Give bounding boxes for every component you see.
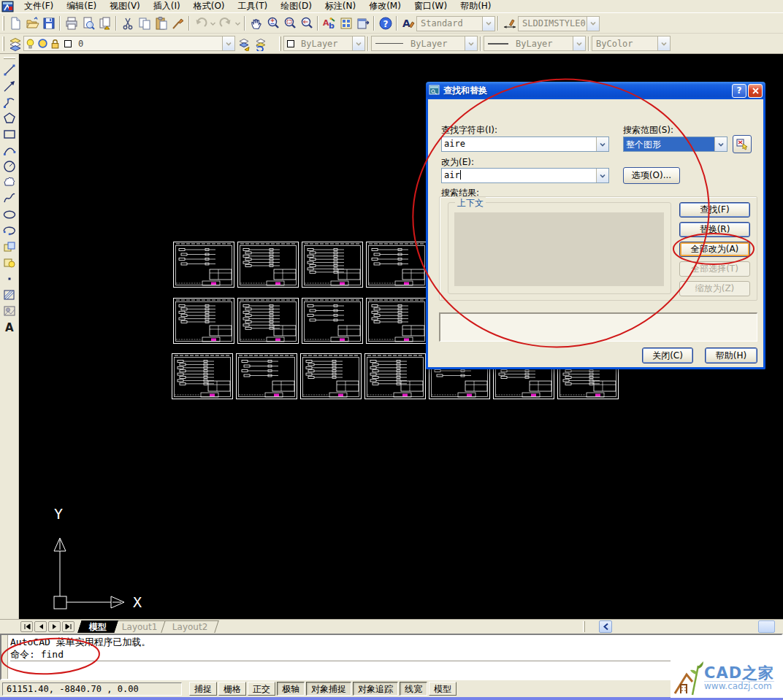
scroll-left-icon[interactable] <box>599 620 612 633</box>
drawing-sheet-thumbnail[interactable] <box>173 298 234 344</box>
help-icon[interactable]: ? <box>377 15 394 32</box>
drawing-sheet-thumbnail[interactable] <box>237 242 299 288</box>
menu-item[interactable]: 修改(M) <box>362 0 408 13</box>
circle-icon[interactable] <box>1 158 18 174</box>
select-objects-button[interactable] <box>733 135 752 153</box>
spline-icon[interactable] <box>1 191 18 207</box>
toolbar-grip[interactable] <box>2 16 4 31</box>
copy-icon[interactable] <box>136 15 153 32</box>
find-what-value[interactable]: aire <box>442 137 596 151</box>
layer-freeze-icon[interactable] <box>37 37 49 50</box>
revision-cloud-icon[interactable] <box>1 174 18 191</box>
command-input-line[interactable] <box>10 661 779 675</box>
hatch-icon[interactable] <box>1 287 18 303</box>
print-preview-icon[interactable] <box>80 15 96 32</box>
chevron-down-icon[interactable] <box>587 17 599 31</box>
layer-lock-icon[interactable] <box>49 37 61 50</box>
cut-icon[interactable] <box>119 15 136 32</box>
point-icon[interactable] <box>1 271 18 287</box>
command-window-grip[interactable] <box>1 635 8 679</box>
status-toggle[interactable]: 对象捕捉 <box>306 682 351 696</box>
line-icon[interactable] <box>1 62 18 78</box>
insert-block-icon[interactable] <box>1 239 18 255</box>
tab-model[interactable]: 模型 <box>77 620 118 633</box>
layer-states-icon[interactable] <box>235 35 252 52</box>
command-line-area[interactable]: AutoCAD 菜单实用程序已加载。 命令: find <box>0 634 783 680</box>
menu-item[interactable]: 窗口(W) <box>408 0 454 13</box>
scrollbar-splitter[interactable] <box>583 621 585 632</box>
polyline-icon[interactable] <box>1 94 18 110</box>
status-toggle[interactable]: 捕捉 <box>189 682 217 696</box>
replace-all-button[interactable]: 全部改为(A) <box>679 242 750 257</box>
sheet-set-manager-icon[interactable] <box>337 15 354 32</box>
next-tab-icon[interactable] <box>48 621 61 632</box>
help-button[interactable]: 帮助(H) <box>705 347 757 364</box>
drawing-sheet-thumbnail[interactable] <box>302 242 363 288</box>
toolbar-grip[interactable] <box>4 57 15 59</box>
chevron-down-icon[interactable] <box>222 36 234 50</box>
status-toggle[interactable]: 正交 <box>248 682 275 696</box>
drawing-sheet-thumbnail[interactable] <box>172 353 233 399</box>
chevron-down-icon[interactable] <box>465 36 477 50</box>
chevron-down-icon[interactable] <box>714 137 727 151</box>
zoom-window-icon[interactable] <box>281 15 298 32</box>
color-combo[interactable]: ByLayer <box>283 36 365 51</box>
polygon-icon[interactable] <box>1 110 18 126</box>
layer-color-swatch[interactable] <box>64 40 72 47</box>
menu-item[interactable]: 文件(F) <box>18 0 60 13</box>
menu-item[interactable]: 插入(I) <box>147 0 187 13</box>
zoom-previous-icon[interactable] <box>298 15 315 32</box>
dim-style-combo[interactable]: SLDDIMSTYLE0 <box>518 16 600 31</box>
status-toggle[interactable]: 对象追踪 <box>353 682 398 696</box>
menu-item[interactable]: 视图(V) <box>103 0 147 13</box>
print-icon[interactable] <box>63 15 80 32</box>
status-toggle[interactable]: 栅格 <box>218 682 246 696</box>
find-what-combo[interactable]: aire <box>441 136 609 152</box>
previous-tab-icon[interactable] <box>34 621 47 632</box>
horizontal-scrollbar-thumb[interactable] <box>758 620 775 633</box>
text-style-combo[interactable]: Standard <box>416 16 495 31</box>
find-button[interactable]: 查找(F) <box>679 202 750 218</box>
chevron-down-icon[interactable] <box>596 137 608 151</box>
match-properties-icon[interactable] <box>169 15 186 32</box>
toolbar-grip[interactable] <box>279 36 281 51</box>
tab-layout1[interactable]: Layout1 <box>110 620 169 633</box>
arc-icon[interactable] <box>1 142 18 158</box>
lineweight-combo[interactable]: ByLayer <box>484 36 586 51</box>
watermark-url[interactable]: www.cadzj.com <box>704 681 774 691</box>
paste-icon[interactable] <box>153 15 169 32</box>
layer-on-bulb-icon[interactable] <box>24 37 37 50</box>
region-icon[interactable] <box>1 303 18 319</box>
mtext-icon[interactable]: A <box>1 319 18 335</box>
replace-with-combo[interactable]: air <box>441 168 609 183</box>
status-toggle[interactable]: 线宽 <box>400 682 427 696</box>
chevron-down-icon[interactable] <box>657 36 670 50</box>
layer-combo[interactable]: 0 <box>23 36 235 51</box>
close-button[interactable]: 关闭(C) <box>642 347 693 364</box>
layer-previous-icon[interactable] <box>252 35 269 52</box>
coordinates-readout[interactable]: 61151.40, -8840.70 , 0.00 <box>2 682 182 696</box>
chevron-down-icon[interactable] <box>482 17 494 31</box>
chevron-down-icon[interactable] <box>352 36 364 50</box>
dialog-close-icon[interactable] <box>748 84 763 98</box>
menu-item[interactable]: 帮助(H) <box>454 0 497 13</box>
options-button[interactable]: 选项(O)... <box>623 167 680 184</box>
status-toggle[interactable]: 极轴 <box>277 682 305 696</box>
menu-item[interactable]: 工具(T) <box>232 0 275 13</box>
new-icon[interactable] <box>7 15 23 32</box>
menu-item[interactable]: 绘图(D) <box>274 0 318 13</box>
menu-item[interactable]: 标注(N) <box>318 0 362 13</box>
layer-properties-manager-icon[interactable] <box>7 35 23 52</box>
drawing-sheet-thumbnail[interactable] <box>300 353 362 399</box>
drawing-sheet-thumbnail[interactable] <box>173 242 234 288</box>
first-tab-icon[interactable] <box>20 621 33 632</box>
drawing-sheet-thumbnail[interactable] <box>236 353 297 399</box>
drawing-sheet-thumbnail[interactable] <box>366 298 427 344</box>
chevron-down-icon[interactable] <box>573 36 585 50</box>
toolbar-grip[interactable] <box>2 36 4 51</box>
publish-icon[interactable] <box>96 15 113 32</box>
save-icon[interactable] <box>40 15 57 32</box>
pan-icon[interactable] <box>248 15 264 32</box>
construction-line-icon[interactable] <box>1 78 18 94</box>
drawing-sheet-thumbnail[interactable] <box>302 298 363 344</box>
